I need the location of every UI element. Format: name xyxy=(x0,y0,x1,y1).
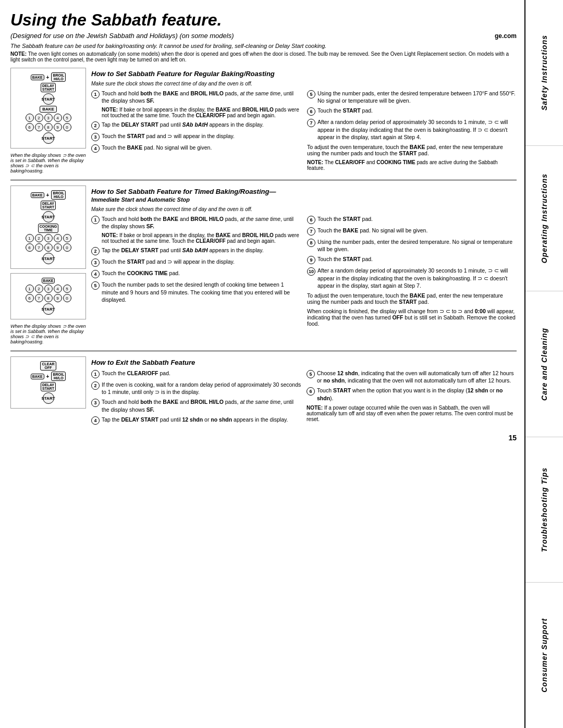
section3-step4: 4 Tap the DELAY START pad until 12 shdn … xyxy=(91,416,301,425)
bake-btn-2: BAKE xyxy=(40,106,57,113)
section1-step6: 6 Touch the START pad. xyxy=(307,107,517,116)
section1-steps-left: 1 Touch and hold both the BAKE and BROIL… xyxy=(91,90,301,171)
section3-step3: 3 Touch and hold both the BAKE and BROIL… xyxy=(91,398,301,413)
section2-adjust-note: To adjust the oven temperature, touch th… xyxy=(307,292,517,305)
section1-make-sure: Make sure the clock shows the correct ti… xyxy=(91,81,517,87)
section3-power-note: NOTE: If a power outage occurred while t… xyxy=(307,405,517,422)
section3-header: How to Exit the Sabbath Feature xyxy=(91,359,517,366)
section2-cooking-done: When cooking is finished, the display wi… xyxy=(307,308,517,327)
diagram1-delay-row: DELAYSTART xyxy=(14,83,82,92)
section1-step1: 1 Touch and hold both the BAKE and BROIL… xyxy=(91,90,301,104)
delay-start-btn: DELAYSTART xyxy=(41,83,56,92)
section1-step2: 2 Tap the DELAY START pad until SAb bAtH… xyxy=(91,121,301,130)
divider-1 xyxy=(10,180,517,180)
broil-btn-d3: BROILHI/LO xyxy=(51,372,66,381)
section2-step9: 9 Touch the START pad. xyxy=(307,255,517,264)
note-text: NOTE: The oven light comes on automatica… xyxy=(10,51,517,63)
section2-step4: 4 Touch the COOKING TIME pad. xyxy=(91,269,301,278)
section1-right: How to Set Sabbath Feature for Regular B… xyxy=(91,68,517,174)
section1-steps-right: 5 Using the number pads, enter the desir… xyxy=(307,90,517,171)
section1-step7: 7 After a random delay period of approxi… xyxy=(307,118,517,141)
section1-step4: 4 Touch the BAKE pad. No signal will be … xyxy=(91,144,301,153)
section1-two-col: 1 Touch and hold both the BAKE and BROIL… xyxy=(91,90,517,171)
section2-step6: 6 Touch the START pad. xyxy=(307,215,517,224)
sidebar-consumer: Consumer Support xyxy=(525,583,563,728)
section1-step5: 5 Using the number pads, enter the desir… xyxy=(307,90,517,104)
section2-steps-right: 6 Touch the START pad. 7 Touch the BAKE … xyxy=(307,215,517,327)
section3-step1: 1 Touch the CLEAR/OFF pad. xyxy=(91,369,301,378)
sidebar-care-label: Care and Cleaning xyxy=(540,328,548,401)
diagram1-start1-row: START xyxy=(14,93,82,105)
bake-btn-d2b: BAKE xyxy=(42,278,55,283)
section3-block: CLEAROFF BAKE + BROILHI/LO DELAYSTART ST… xyxy=(10,356,517,427)
start-btn-d2a: START xyxy=(43,211,54,223)
start-btn-d2c: START xyxy=(43,303,54,315)
section2-header: How to Set Sabbath Feature for Timed Bak… xyxy=(91,188,517,203)
page-number: 15 xyxy=(10,434,517,442)
section2-step7: 7 Touch the BAKE pad. No signal will be … xyxy=(307,227,517,236)
clear-off-btn: CLEAROFF xyxy=(40,361,56,371)
sidebar-safety-label: Safety Instructions xyxy=(540,35,548,110)
num-grid-2b: 1 2 3 4 5 6 7 8 9 0 xyxy=(14,285,82,302)
diagram1-start2-row: START xyxy=(14,132,82,144)
sidebar-troubleshooting: Troubleshooting Tips xyxy=(525,437,563,583)
num-row-1: 1 2 3 4 5 xyxy=(26,114,71,122)
oven-diagram-1: BAKE + BROILHI/LO DELAYSTART START BAKE xyxy=(10,68,86,149)
num-grid-2a: 1 2 3 4 5 6 7 8 9 0 xyxy=(14,234,82,252)
num-grid-1: 1 2 3 4 5 6 7 8 9 0 xyxy=(14,114,82,131)
oven-diagram-2a: BAKE + BROILHI/LO DELAYSTART START COOKI… xyxy=(10,186,86,269)
section3-left: CLEAROFF BAKE + BROILHI/LO DELAYSTART ST… xyxy=(10,356,86,427)
sidebar-operating: Operating Instructions xyxy=(525,146,563,292)
section2-two-col: 1 Touch and hold both the BAKE and BROIL… xyxy=(91,215,517,327)
section2-step3: 3 Touch the START pad and ⊃ will appear … xyxy=(91,258,301,267)
broil-btn-d2: BROILHI/LO xyxy=(51,190,66,200)
subtitle-row: (Designed for use on the Jewish Sabbath … xyxy=(10,32,517,40)
section2-make-sure: Make sure the clock shows the correct ti… xyxy=(91,206,517,212)
section1-block: BAKE + BROILHI/LO DELAYSTART START BAKE xyxy=(10,68,517,174)
page-container: Using the Sabbath feature. (Designed for… xyxy=(0,0,563,728)
intro-text: The Sabbath feature can be used for baki… xyxy=(10,43,517,49)
section3-step5: 5 Choose 12 shdn, indicating that the ov… xyxy=(307,369,517,384)
subtitle-text: (Designed for use on the Jewish Sabbath … xyxy=(10,32,234,40)
sidebar-care: Care and Cleaning xyxy=(525,291,563,437)
section2-step5: 5 Touch the number pads to set the desir… xyxy=(91,281,301,303)
start-btn-d3: START xyxy=(43,392,54,404)
section3-steps-left: 1 Touch the CLEAR/OFF pad. 2 If the oven… xyxy=(91,369,301,427)
bake-btn: BAKE xyxy=(31,75,44,80)
delay-start-btn-d2: DELAYSTART xyxy=(41,201,56,210)
section2-block: BAKE + BROILHI/LO DELAYSTART START COOKI… xyxy=(10,186,517,344)
section2-note1: NOTE: If bake or broil appears in the di… xyxy=(102,232,301,244)
section1-header: How to Set Sabbath Feature for Regular B… xyxy=(91,70,517,78)
section2-left: BAKE + BROILHI/LO DELAYSTART START COOKI… xyxy=(10,186,86,344)
diagram1-top-row: BAKE + BROILHI/LO xyxy=(14,72,82,82)
section2-step10: 10 After a random delay period of approx… xyxy=(307,267,517,289)
section3-right: How to Exit the Sabbath Feature 1 Touch … xyxy=(91,356,517,427)
section3-steps-right: 5 Choose 12 shdn, indicating that the ov… xyxy=(307,369,517,427)
section2-steps-left: 1 Touch and hold both the BAKE and BROIL… xyxy=(91,215,301,327)
diagram1-caption: When the display shows ⊃ the oven is set… xyxy=(10,153,86,174)
oven-diagram-2b: BAKE 1 2 3 4 5 6 xyxy=(10,273,86,319)
section1-bottom-note: NOTE: The CLEAR/OFF and COOKING TIME pad… xyxy=(307,159,517,171)
section1-note1: NOTE: If bake or broil appears in the di… xyxy=(102,107,301,118)
sidebar-troubleshooting-label: Troubleshooting Tips xyxy=(540,467,548,552)
page-title: Using the Sabbath feature. xyxy=(10,10,517,30)
diagram2-caption: When the display shows ⊃ the oven is set… xyxy=(10,324,86,344)
diagram1-bake2-row: BAKE xyxy=(14,106,82,113)
section1-step3: 3 Touch the START pad and ⊃ will appear … xyxy=(91,132,301,141)
delay-start-btn-d3: DELAYSTART xyxy=(41,382,56,391)
section3-two-col: 1 Touch the CLEAR/OFF pad. 2 If the oven… xyxy=(91,369,517,427)
section2-step1: 1 Touch and hold both the BAKE and BROIL… xyxy=(91,215,301,230)
num-row-2: 6 7 8 9 0 xyxy=(26,123,71,131)
sidebar-consumer-label: Consumer Support xyxy=(540,618,548,693)
main-content: Using the Sabbath feature. (Designed for… xyxy=(0,0,525,728)
ge-com: ge.com xyxy=(495,32,517,40)
section1-columns: BAKE + BROILHI/LO DELAYSTART START BAKE xyxy=(10,68,517,174)
bake-btn-d3: BAKE xyxy=(31,374,44,379)
bake-btn-d2: BAKE xyxy=(31,192,44,198)
divider-2 xyxy=(10,351,517,351)
section2-columns: BAKE + BROILHI/LO DELAYSTART START COOKI… xyxy=(10,186,517,344)
section3-step6: 6 Touch START when the option that you w… xyxy=(307,387,517,401)
sidebar: Safety Instructions Operating Instructio… xyxy=(525,0,563,728)
broil-btn: BROILHI/LO xyxy=(51,72,66,82)
section3-step2: 2 If the oven is cooking, wait for a ran… xyxy=(91,381,301,396)
